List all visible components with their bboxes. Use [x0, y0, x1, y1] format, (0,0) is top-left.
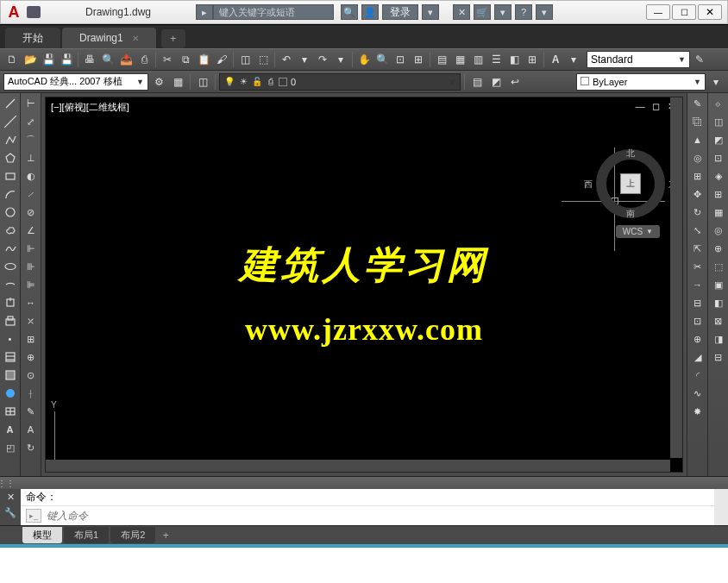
mod2-g[interactable]: ▦ [710, 204, 727, 221]
cmd-close-icon[interactable]: ✕ [0, 489, 21, 505]
tab-close-icon[interactable]: ✕ [132, 34, 139, 43]
dim-edit-tool[interactable]: ✎ [22, 403, 40, 420]
plot-icon[interactable]: ⎙ [135, 51, 153, 68]
text-style-dropdown[interactable]: Standard▼ [587, 51, 690, 68]
stretch-tool[interactable]: ⇱ [689, 240, 706, 257]
undo-drop-icon[interactable]: ▾ [296, 51, 313, 68]
line-tool[interactable] [2, 95, 19, 112]
dim-rad-tool[interactable]: ◐ [22, 167, 40, 185]
scrollbar-horizontal[interactable] [46, 460, 670, 472]
mod2-j[interactable]: ⬚ [710, 258, 727, 275]
spline-tool[interactable] [2, 240, 19, 257]
pline-tool[interactable] [2, 131, 19, 148]
mod2-b[interactable]: ◫ [710, 113, 727, 130]
mod2-i[interactable]: ⊕ [710, 240, 727, 257]
explode-tool[interactable]: ✸ [689, 403, 706, 420]
wcs-badge[interactable]: WCS▼ [616, 225, 660, 238]
block-icon[interactable]: ◫ [236, 51, 254, 68]
mod2-f[interactable]: ⊞ [710, 185, 727, 203]
array-tool[interactable]: ⊞ [689, 167, 706, 185]
table-tool[interactable] [2, 403, 19, 420]
vp-maximize-icon[interactable]: ◻ [650, 101, 662, 112]
vp-minimize-icon[interactable]: — [634, 101, 646, 112]
help-search-input[interactable]: 键入关键字或短语 [213, 4, 334, 20]
viewcube-south[interactable]: 南 [626, 208, 635, 220]
mtext-tool[interactable]: A [2, 421, 19, 438]
break-tool[interactable]: ⊟ [689, 294, 706, 311]
region-tool[interactable] [2, 385, 19, 402]
command-input[interactable] [47, 510, 709, 522]
redo-drop-icon[interactable]: ▾ [332, 51, 349, 68]
layer-state-icon[interactable]: ▤ [468, 73, 486, 91]
match-icon[interactable]: 🖌 [213, 51, 230, 68]
move-tool[interactable]: ✥ [689, 185, 706, 203]
revcloud-tool[interactable] [2, 222, 19, 239]
ref-icon[interactable]: ⬚ [254, 51, 272, 68]
trim-tool[interactable]: ✂ [689, 258, 706, 275]
copy-icon[interactable]: ⧉ [177, 51, 194, 68]
publish-icon[interactable]: 📤 [117, 51, 135, 68]
redo-icon[interactable]: ↷ [314, 51, 331, 68]
search-icon[interactable]: 🔍 [341, 4, 358, 20]
dim-arc-tool[interactable]: ⌒ [22, 131, 40, 148]
close-button[interactable]: ✕ [698, 4, 722, 20]
layer-iso-icon[interactable]: ◩ [487, 73, 505, 91]
dim-update-tool[interactable]: ↻ [22, 439, 40, 456]
exchange-icon[interactable]: ✕ [453, 4, 470, 20]
offset-tool[interactable]: ◎ [689, 149, 706, 166]
xline-tool[interactable] [2, 113, 19, 130]
zoom-win-icon[interactable]: ⊡ [392, 51, 409, 68]
join-tool[interactable]: ⊕ [689, 330, 706, 348]
scale-tool[interactable]: ⤡ [689, 222, 706, 239]
saveas-icon[interactable]: 💾 [58, 51, 75, 68]
cmd-prompt-icon[interactable]: ▸_ [26, 509, 41, 523]
chamfer-tool[interactable]: ◢ [689, 348, 706, 366]
insert-tool[interactable] [2, 294, 19, 311]
undo-icon[interactable]: ↶ [278, 51, 295, 68]
help-drop-icon[interactable]: ▾ [536, 4, 553, 20]
login-drop-icon[interactable]: ▾ [422, 4, 439, 20]
text-tool-icon[interactable]: A [547, 51, 564, 68]
ellipse-arc-tool[interactable] [2, 276, 19, 293]
layer-props-icon[interactable]: ◫ [194, 73, 211, 91]
rotate-tool[interactable]: ↻ [689, 204, 706, 221]
maximize-button[interactable]: ☐ [672, 4, 696, 20]
help-icon[interactable]: ? [515, 4, 532, 20]
cut-icon[interactable]: ✂ [159, 51, 176, 68]
linetype-dropdown[interactable]: ByLayer▼ [576, 73, 706, 91]
mod2-h[interactable]: ◎ [710, 222, 727, 239]
dim-base-tool[interactable]: ⊪ [22, 258, 40, 275]
ws-save-icon[interactable]: ▦ [169, 73, 186, 91]
preview-icon[interactable]: 🔍 [99, 51, 116, 68]
cmd-scrollbar[interactable] [714, 489, 728, 525]
hatch-tool[interactable] [2, 348, 19, 366]
break2-tool[interactable]: ⊡ [689, 312, 706, 329]
mod2-c[interactable]: ◩ [710, 131, 727, 148]
mod2-m[interactable]: ⊠ [710, 312, 727, 329]
dim-dia-tool[interactable]: ⊘ [22, 204, 40, 221]
login-button[interactable]: 登录 [382, 4, 418, 20]
dim-ord-tool[interactable]: ⊥ [22, 149, 40, 166]
extend-tool[interactable]: → [689, 276, 706, 293]
layout-tab-1[interactable]: 布局1 [64, 527, 109, 543]
dim-linear-tool[interactable]: ⊢ [22, 95, 40, 112]
tab-start[interactable]: 开始 [5, 28, 60, 48]
blend-tool[interactable]: ∿ [689, 385, 706, 402]
center-tool[interactable]: ⊕ [22, 348, 40, 366]
pan-icon[interactable]: ✋ [355, 51, 373, 68]
qcalc-icon[interactable]: ⊞ [524, 51, 541, 68]
sheet-icon[interactable]: ☰ [487, 51, 505, 68]
copy-tool[interactable]: ⿻ [689, 113, 706, 130]
tolerance-tool[interactable]: ⊞ [22, 330, 40, 348]
layer-prev-icon[interactable]: ↩ [506, 73, 524, 91]
viewcube-north[interactable]: 北 [626, 147, 635, 160]
tab-add-button[interactable]: + [161, 29, 185, 48]
cmd-grip-icon[interactable]: ⋮⋮ [0, 477, 12, 489]
minimize-button[interactable]: — [646, 4, 670, 20]
dc-icon[interactable]: ▦ [451, 51, 468, 68]
dim-break-tool[interactable]: ⤫ [22, 312, 40, 329]
scrollbar-vertical[interactable] [670, 97, 682, 458]
mod2-a[interactable]: ⟐ [710, 95, 727, 112]
addsel-tool[interactable]: ◰ [2, 439, 19, 456]
drawing-canvas[interactable]: [−][俯视][二维线框] — ◻ ✕ 上 北 南 东 西 WCS▼ 建筑人学习… [45, 97, 683, 473]
